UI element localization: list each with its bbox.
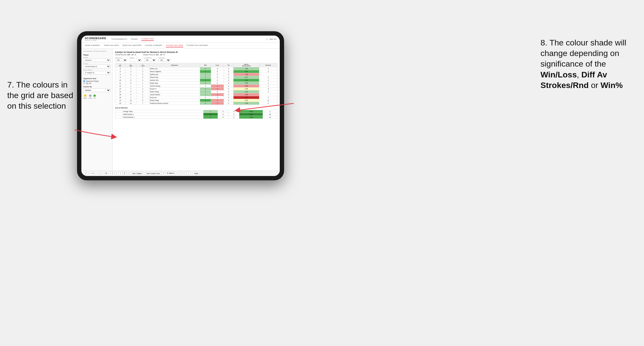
sidebar-player-title: Player	[83, 54, 110, 56]
app-header: SCOREBOARD Powered by clippd TOURNAMENTS…	[81, 36, 280, 43]
col-diff: Diff AvStrokes/Rnd	[233, 63, 259, 67]
sub-nav-player-h2h-grid[interactable]: PLAYER H2H GRID	[166, 44, 183, 47]
sub-nav-team-summary[interactable]: TEAM SUMMARY	[85, 44, 100, 47]
col-opponent: Opponent	[149, 63, 200, 67]
table-row: 5 2 2 Alexis Sudjianto 1 0 0 4.00 3	[115, 70, 277, 73]
tilde-button[interactable]: ~	[116, 172, 120, 175]
annotation-right: 8. The colour shade will change dependin…	[540, 37, 632, 90]
overall-record: Overall Record: 353 - 34 - 6	[115, 54, 136, 55]
conference-filter-label: Conference	[144, 57, 156, 58]
table-row: 14 7 4 Eunice Yi 2 2 0 0.38 9	[115, 88, 277, 90]
h2h-grid-table: #Div #Reg #Conf Opponent Win Loss Tie Di…	[115, 63, 277, 105]
legend-dot-level	[89, 95, 92, 97]
sidebar-division-label: Division	[83, 63, 110, 64]
table-row: NAIA Division 1 15 0 0 9.267 30	[115, 113, 277, 116]
table-row: 16 9 1 Jessica Mason 1 2 0 -0.94	[115, 93, 277, 96]
legend-dot-down	[84, 95, 86, 97]
tablet-screen: SCOREBOARD Powered by clippd TOURNAMENTS…	[81, 36, 280, 176]
header-right: ›| Sign out	[266, 38, 276, 40]
grid-area: Katelyn Vo Head-to-Head Grid for Women's…	[113, 49, 280, 171]
col-conf: #Conf	[136, 63, 149, 67]
filter-row: Opponents: (All) Region Conference	[115, 57, 277, 62]
opponent-filter-label: Opponent	[158, 57, 170, 58]
table-row: Foreign Team 1 0 0 4.500 2	[115, 110, 277, 113]
layout-button[interactable]: ⬚	[178, 172, 182, 175]
legend-dot-up	[94, 95, 96, 97]
sidebar-gender-select[interactable]: Women's	[83, 58, 110, 62]
region-filter-label: Region	[130, 57, 142, 58]
bottom-toolbar: ↩ ↩↩ ↪ ⊞ ✂ ~ ⟳ View: Original Save Custo…	[81, 171, 280, 176]
nav-tournaments[interactable]: TOURNAMENTS	[111, 37, 127, 41]
col-win: Win	[200, 63, 211, 67]
table-row: 19 10 6 Emily Chang 4 1 0 0.30 11	[115, 99, 277, 102]
table-row: 11 5 1 Heejo Hyun 1 0 0 3.33 3	[115, 82, 277, 85]
sign-in-icon: ›|	[266, 38, 268, 40]
radio-opponents-played[interactable]: Opponents Played	[83, 80, 110, 82]
undo-all-button[interactable]: ↩↩	[90, 172, 96, 175]
out-of-division-label: Out of division	[115, 107, 277, 109]
colour-by-title: Colour by	[83, 86, 110, 88]
table-row: 3 1 1 Esther Lee 1 0 0 1.50 4	[115, 67, 277, 70]
table-row: 20 11 7 Federica Domecq Lacroze 2 1 0 1.…	[115, 102, 277, 105]
logo-sub: Powered by clippd	[85, 40, 106, 41]
cut-button[interactable]: ✂	[110, 172, 114, 175]
radio-top100-label: Top 100	[86, 82, 91, 84]
table-row: 15 8 5 Stella Cheng 1 0 0 1.25 4	[115, 90, 277, 93]
conference-filter-select[interactable]: (All)	[144, 59, 156, 62]
region-filter-select[interactable]	[130, 59, 142, 62]
sidebar-timestamp: Last Updated: 27/03/2024 16:55:38	[83, 50, 110, 52]
sign-out-link[interactable]: Sign out	[270, 38, 276, 40]
grid-records: Overall Record: 353 - 34 - 6 Division Re…	[115, 54, 277, 55]
opponent-view-radio-group: Opponents Played Top 100	[83, 80, 110, 84]
opponents-filter-label: Opponents:	[115, 57, 127, 58]
dots-button[interactable]: ⋮⋮	[184, 172, 191, 175]
legend-down-label: Down	[83, 97, 87, 99]
col-div: #Div	[115, 63, 126, 67]
sub-nav-player-h2h-heatmap[interactable]: PLAYER H2H HEATMAP	[186, 44, 208, 47]
sub-nav-team-h2h-grid[interactable]: TEAM H2H GRID	[104, 44, 119, 47]
logo-main: SCOREBOARD	[85, 37, 106, 40]
col-loss: Loss	[211, 63, 224, 67]
nav-committee[interactable]: COMMITTEE	[141, 37, 154, 41]
annotation-left: 7. The colours in the grid are based on …	[7, 79, 75, 111]
undo-button[interactable]: ↩	[84, 172, 88, 175]
watch-button[interactable]: 👁 Watch ▾	[166, 172, 176, 175]
sidebar-division-select[interactable]: NCAA Division III	[83, 65, 110, 68]
scoreboard-logo: SCOREBOARD Powered by clippd	[85, 37, 106, 41]
table-row: 9 1 4 Sharon Mun 1 0 0 3.67 3	[115, 76, 277, 79]
division-record: Division Record: 331 - 34 - 6	[143, 54, 164, 55]
region-filter: Region	[130, 57, 142, 62]
grid-button[interactable]: ⊞	[104, 172, 108, 175]
opponents-filter-select[interactable]: (All)	[115, 59, 127, 62]
nav-teams[interactable]: TEAMS	[131, 37, 138, 41]
sub-nav-team-h2h-heatmap[interactable]: TEAM H2H HEATMAP	[122, 44, 142, 47]
legend: Down Level Up	[83, 95, 110, 99]
redo-button[interactable]: ↪	[98, 172, 102, 175]
share-button[interactable]: Share	[192, 172, 200, 175]
toolbar-sep-1	[128, 172, 129, 175]
opponent-filter-select[interactable]: (All)	[158, 59, 170, 62]
table-row: 10 6 3 Andrea York 2 0 0 4.00 4	[115, 79, 277, 82]
table-row: 6 3 3 Sydney Kuo 1 0 0 -1.00	[115, 73, 277, 76]
legend-up-label: Up	[94, 97, 96, 99]
view-original-button[interactable]: View: Original	[131, 172, 143, 175]
toolbar-sep-2	[163, 172, 164, 175]
table-row: NCAA Division 2 5 0 0 7.400 10	[115, 116, 277, 119]
col-tie: Tie	[224, 63, 234, 67]
table-row: 13 1 1 Jessica Huang 0 1 0 -3.00 2	[115, 85, 277, 88]
opponent-view-title: Opponent view	[83, 77, 110, 80]
table-row: 18 2 2 Euna Lee 0 0 0 -5.00 2	[115, 96, 277, 99]
col-rounds: Rounds	[259, 63, 277, 67]
sub-nav-player-summary[interactable]: PLAYER SUMMARY	[145, 44, 163, 47]
opponents-filter: Opponents: (All)	[115, 57, 127, 62]
save-custom-view-button[interactable]: Save Custom View	[145, 172, 161, 175]
sidebar-gender-label: Gender	[83, 57, 110, 58]
sidebar: Last Updated: 27/03/2024 16:55:38 Player…	[81, 49, 113, 171]
sub-nav: TEAM SUMMARY TEAM H2H GRID TEAM H2H HEAT…	[81, 43, 280, 49]
radio-top100[interactable]: Top 100	[83, 82, 110, 84]
refresh-button[interactable]: ⟳	[122, 172, 127, 175]
sidebar-player-rank-select[interactable]: 8. Katelyn Vo	[83, 71, 110, 75]
nav-items: TOURNAMENTS TEAMS COMMITTEE	[111, 37, 154, 41]
colour-by-select[interactable]: Win/loss	[83, 88, 110, 92]
grid-title: Katelyn Vo Head-to-Head Grid for Women's…	[115, 51, 277, 53]
